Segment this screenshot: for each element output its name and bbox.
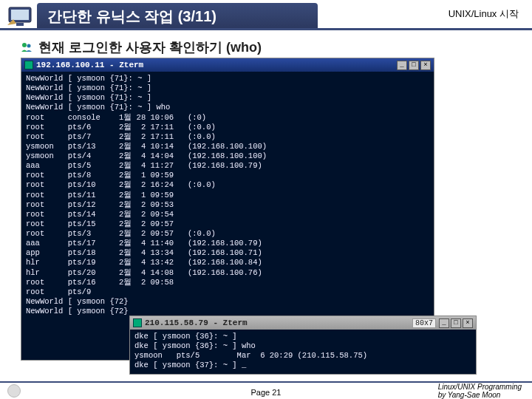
svg-point-4 [27, 44, 31, 48]
window-controls: _ □ × [397, 61, 431, 70]
footer-credit: Linux/UNIX Programming by Yang-Sae Moon [438, 383, 522, 399]
footer: Page 21 Linux/UNIX Programming by Yang-S… [0, 383, 532, 399]
svg-rect-1 [11, 10, 29, 20]
logo-icon [7, 384, 21, 398]
size-badge: 80x7 [412, 318, 436, 328]
app-icon [24, 61, 33, 69]
page-number: Page 21 [251, 388, 282, 397]
maximize-button[interactable]: □ [409, 61, 419, 70]
minimize-button[interactable]: _ [439, 318, 449, 328]
minimize-button[interactable]: _ [397, 61, 407, 70]
window-title: 192.168.100.11 - Zterm [36, 61, 143, 69]
titlebar: 192.168.100.11 - Zterm _ □ × [21, 58, 434, 72]
corner-label: UNIX/Linux 시작 [449, 7, 519, 21]
bullet-text: 현재 로그인한 사용자 확인하기 (who) [38, 38, 262, 56]
close-button[interactable]: × [420, 61, 431, 70]
titlebar: 210.115.58.79 - Zterm 80x7 _ □ × [130, 316, 476, 330]
terminal-output: dke [ ysmoon {36}: ~ ] dke [ ysmoon {36}… [130, 330, 476, 374]
title-strip: 간단한 유닉스 작업 (3/11) [37, 3, 318, 28]
close-button[interactable]: × [463, 318, 473, 328]
svg-point-3 [22, 43, 27, 47]
credit-line-2: by Yang-Sae Moon [438, 391, 522, 399]
slide: 간단한 유닉스 작업 (3/11) UNIX/Linux 시작 현재 로그인한 … [0, 0, 532, 399]
svg-rect-2 [16, 23, 24, 26]
bullet: 현재 로그인한 사용자 확인하기 (who) [21, 38, 262, 56]
window-title: 210.115.58.79 - Zterm [145, 318, 248, 327]
slide-title: 간단한 유닉스 작업 (3/11) [37, 3, 318, 30]
monitor-icon [6, 3, 37, 31]
maximize-button[interactable]: □ [451, 318, 461, 328]
people-icon [21, 41, 33, 53]
credit-line-1: Linux/UNIX Programming [438, 383, 522, 391]
app-icon [133, 318, 142, 327]
terminal-secondary: 210.115.58.79 - Zterm 80x7 _ □ × dke [ y… [129, 316, 477, 375]
header-rule [0, 28, 532, 30]
